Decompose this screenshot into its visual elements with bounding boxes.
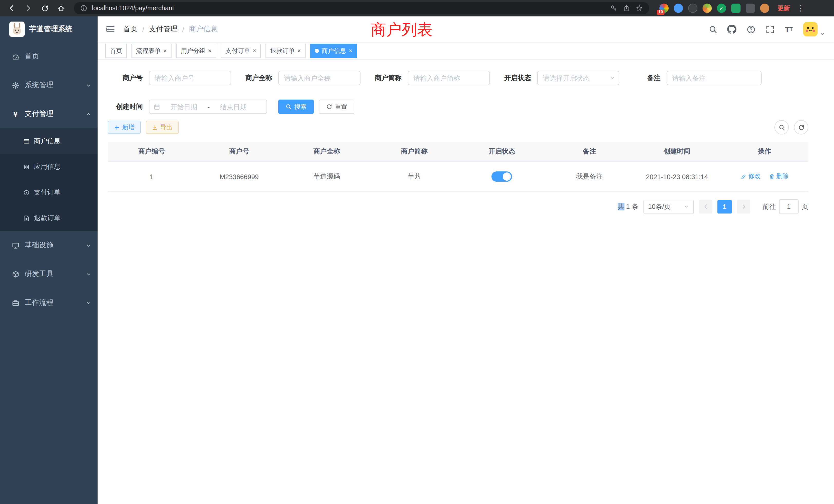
sidebar-item-workflow[interactable]: 工作流程 <box>0 289 97 317</box>
pagination-goto: 前往 页 <box>763 199 808 214</box>
short-name-input[interactable] <box>408 71 490 85</box>
extension-icon-4[interactable] <box>703 4 712 13</box>
reset-button[interactable]: 重置 <box>319 99 354 114</box>
total-suffix: 条 <box>632 203 638 210</box>
page-1-button[interactable]: 1 <box>718 200 732 213</box>
close-icon[interactable]: × <box>208 48 212 54</box>
close-icon[interactable]: × <box>297 48 301 54</box>
filter-create-time: 创建时间 - <box>108 99 267 114</box>
filter-remark: 备注 <box>626 71 762 85</box>
sidebar-item-label: 研发工具 <box>25 270 53 279</box>
password-key-icon[interactable] <box>609 4 618 13</box>
delete-link-label: 删除 <box>776 172 789 181</box>
sidebar-item-home[interactable]: 首页 <box>0 42 97 71</box>
help-icon[interactable] <box>746 25 755 34</box>
app-title: 芋道管理系统 <box>29 25 72 34</box>
status-select[interactable] <box>537 71 619 85</box>
col-status: 开启状态 <box>458 142 546 161</box>
start-date-input[interactable] <box>162 102 205 111</box>
edit-link[interactable]: 修改 <box>741 172 761 181</box>
close-icon[interactable]: × <box>253 48 256 54</box>
tab-label: 用户分组 <box>181 46 205 55</box>
back-icon[interactable] <box>5 2 19 15</box>
tab-label: 流程表单 <box>136 46 161 55</box>
search-icon[interactable] <box>708 25 718 34</box>
remark-input[interactable] <box>666 71 762 85</box>
goto-page-input[interactable] <box>779 199 798 214</box>
sidebar-item-system[interactable]: 系统管理 <box>0 71 97 99</box>
sidebar-item-payment[interactable]: ¥ 支付管理 <box>0 99 97 128</box>
url-bar[interactable]: localhost:1024/pay/merchant <box>74 2 649 14</box>
sidebar-item-label: 基础设施 <box>25 241 53 250</box>
sidebar-item-merchant-info[interactable]: 商户信息 <box>0 128 97 154</box>
page-size-select[interactable]: 10条/页 <box>643 199 694 214</box>
search-button[interactable]: 搜索 <box>278 99 314 114</box>
sidebar-item-pay-order[interactable]: 支付订单 <box>0 180 97 205</box>
full-name-input[interactable] <box>278 71 360 85</box>
share-icon[interactable] <box>622 4 631 13</box>
tab-user-group[interactable]: 用户分组 × <box>176 44 216 58</box>
bookmark-star-icon[interactable] <box>635 4 644 13</box>
url-text[interactable]: localhost:1024/pay/merchant <box>92 5 606 12</box>
delete-link[interactable]: 删除 <box>769 172 789 181</box>
fullscreen-icon[interactable] <box>765 25 774 34</box>
extension-icon-5[interactable]: ✓ <box>717 4 726 13</box>
sidebar-item-app-info[interactable]: 应用信息 <box>0 154 97 180</box>
cell-merchant-index: 1 <box>108 161 195 192</box>
add-button[interactable]: 新增 <box>108 121 141 134</box>
extension-icon-8[interactable] <box>760 4 769 13</box>
forward-icon[interactable] <box>22 2 35 15</box>
sidebar-item-infrastructure[interactable]: 基础设施 <box>0 231 97 260</box>
browser-update-button[interactable]: 更新 <box>777 4 790 13</box>
breadcrumb-home[interactable]: 首页 <box>123 25 138 34</box>
app-logo[interactable]: 芋道管理系统 <box>0 17 97 42</box>
github-icon[interactable] <box>727 25 737 34</box>
close-icon[interactable]: × <box>163 48 167 54</box>
breadcrumb-separator: / <box>182 25 184 33</box>
table-row: 1 M233666999 芋道源码 芋艿 我是备注 2021-10-23 08:… <box>108 161 808 192</box>
reload-icon[interactable] <box>38 2 51 15</box>
chevron-down-icon <box>86 83 91 88</box>
tab-merchant-info[interactable]: 商户信息 × <box>310 44 357 58</box>
grid-icon <box>23 163 30 170</box>
home-icon[interactable] <box>54 2 68 15</box>
browser-menu-icon[interactable]: ⋮ <box>797 4 804 13</box>
goto-suffix: 页 <box>802 202 808 211</box>
export-button[interactable]: 导出 <box>146 121 179 134</box>
sidebar-item-label: 退款订单 <box>34 213 61 223</box>
tab-pay-order[interactable]: 支付订单 × <box>221 44 261 58</box>
col-full-name: 商户全称 <box>283 142 371 161</box>
sidebar-toggle-icon[interactable] <box>97 24 123 35</box>
site-info-icon[interactable] <box>79 4 88 13</box>
col-merchant-index: 商户编号 <box>108 142 195 161</box>
status-toggle[interactable] <box>492 171 512 182</box>
close-icon[interactable]: × <box>349 48 352 54</box>
merchant-no-input[interactable] <box>149 71 231 85</box>
tab-home[interactable]: 首页 <box>105 44 127 58</box>
refresh-icon[interactable] <box>794 120 808 135</box>
date-range-picker[interactable]: - <box>149 99 267 114</box>
next-page-button[interactable] <box>737 200 750 213</box>
extension-icon-6[interactable] <box>731 4 741 13</box>
breadcrumb-separator: / <box>142 25 144 33</box>
annotation-merchant-list: 商户列表 <box>371 20 433 41</box>
chevron-down-icon <box>86 271 91 277</box>
table-toolbar: 新增 导出 <box>108 120 808 135</box>
search-toggle-icon[interactable] <box>774 120 789 135</box>
sidebar-item-dev-tools[interactable]: 研发工具 <box>0 260 97 289</box>
font-size-icon[interactable]: TT <box>784 25 793 34</box>
tab-refund-order[interactable]: 退款订单 × <box>265 44 306 58</box>
total-count: 1 <box>626 203 630 210</box>
target-icon <box>23 189 30 196</box>
end-date-input[interactable] <box>212 102 255 111</box>
breadcrumb-payment[interactable]: 支付管理 <box>149 25 178 34</box>
user-menu[interactable] <box>803 22 825 37</box>
sidebar-item-refund-order[interactable]: 退款订单 <box>0 205 97 231</box>
prev-page-button[interactable] <box>699 200 712 213</box>
extension-icon-2[interactable] <box>674 4 683 13</box>
extension-icon-7[interactable] <box>746 4 755 13</box>
pagination: 共 1 条 10条/页 1 前 <box>108 199 808 214</box>
tab-process-form[interactable]: 流程表单 × <box>131 44 172 58</box>
extension-icon-3[interactable] <box>688 4 697 13</box>
extension-icon-1[interactable]: 10 <box>659 4 668 13</box>
